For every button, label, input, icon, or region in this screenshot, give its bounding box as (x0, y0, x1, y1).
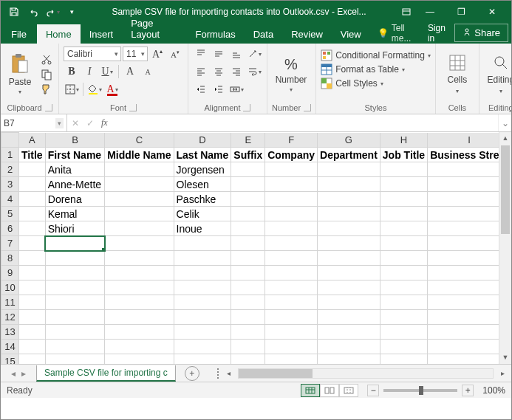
tab-insert[interactable]: Insert (81, 24, 123, 44)
cell-G6[interactable] (318, 221, 380, 236)
cell-F14[interactable] (265, 340, 318, 354)
fill-color-button[interactable] (86, 82, 103, 97)
row-header-2[interactable]: 2 (1, 162, 19, 177)
row-header-13[interactable]: 13 (1, 325, 19, 340)
conditional-formatting-button[interactable]: Conditional Formatting▾ (321, 49, 431, 61)
cell-H13[interactable] (380, 325, 427, 340)
font-launcher[interactable] (129, 104, 137, 111)
zoom-slider[interactable] (383, 389, 457, 392)
cell-F4[interactable] (265, 192, 318, 207)
cell-A15[interactable] (19, 354, 46, 365)
cell-B5[interactable]: Kemal (45, 207, 104, 221)
column-header-E[interactable]: E (231, 133, 265, 148)
cell-A1[interactable]: Title (19, 148, 46, 162)
cell-D5[interactable]: Celik (174, 207, 231, 221)
format-as-table-button[interactable]: Format as Table▾ (321, 63, 431, 75)
cell-B14[interactable] (45, 340, 104, 354)
cell-G10[interactable] (318, 280, 380, 295)
page-break-view-button[interactable] (339, 384, 358, 397)
tab-split-handle[interactable] (217, 368, 220, 379)
cell-A6[interactable] (19, 221, 46, 236)
cell-C13[interactable] (105, 325, 174, 340)
horizontal-scrollbar[interactable]: ◂ ▸ (214, 368, 511, 379)
cell-A5[interactable] (19, 207, 46, 221)
cell-D11[interactable] (174, 295, 231, 310)
cell-C12[interactable] (105, 310, 174, 325)
hscroll-left[interactable]: ◂ (223, 369, 235, 377)
paste-button[interactable]: Paste ▾ (5, 47, 35, 102)
cell-F9[interactable] (265, 266, 318, 280)
increase-font-button[interactable]: A▴ (149, 47, 165, 61)
cell-F5[interactable] (265, 207, 318, 221)
cell-D13[interactable] (174, 325, 231, 340)
cell-C10[interactable] (105, 280, 174, 295)
column-header-D[interactable]: D (174, 133, 231, 148)
hscroll-right[interactable]: ▸ (496, 369, 508, 377)
cell-F2[interactable] (265, 162, 318, 177)
cell-E10[interactable] (231, 280, 265, 295)
cell-A3[interactable] (19, 177, 46, 192)
fx-icon[interactable]: fx (101, 117, 108, 128)
cell-D9[interactable] (174, 266, 231, 280)
sheet-nav-next[interactable]: ▸ (21, 368, 26, 379)
cell-C14[interactable] (105, 340, 174, 354)
cut-button[interactable] (41, 54, 54, 66)
font-color-button[interactable]: A (104, 82, 120, 97)
increase-indent-button[interactable] (211, 82, 227, 97)
align-middle-button[interactable] (211, 47, 227, 61)
cell-C4[interactable] (105, 192, 174, 207)
italic-button[interactable]: I (81, 64, 98, 79)
normal-view-button[interactable] (301, 384, 320, 397)
cell-H2[interactable] (380, 162, 427, 177)
cell-F6[interactable] (265, 221, 318, 236)
cell-B3[interactable]: Anne-Mette (45, 177, 104, 192)
merge-button[interactable] (228, 82, 245, 97)
cell-A13[interactable] (19, 325, 46, 340)
cell-G1[interactable]: Department (318, 148, 380, 162)
cell-E8[interactable] (231, 251, 265, 266)
row-header-10[interactable]: 10 (1, 280, 19, 295)
percent-icon[interactable]: % (284, 56, 298, 73)
cell-H1[interactable]: Job Title (380, 148, 427, 162)
cell-C11[interactable] (105, 295, 174, 310)
alignment-launcher[interactable] (243, 104, 250, 111)
align-center-button[interactable] (211, 64, 227, 79)
cell-G13[interactable] (318, 325, 380, 340)
cell-B9[interactable] (45, 266, 104, 280)
borders-button[interactable] (64, 82, 80, 97)
cell-A14[interactable] (19, 340, 46, 354)
decrease-font-alt[interactable]: A (140, 64, 156, 79)
cell-B13[interactable] (45, 325, 104, 340)
tab-home[interactable]: Home (37, 24, 81, 44)
cell-A7[interactable] (19, 236, 46, 251)
cell-H12[interactable] (380, 310, 427, 325)
tell-me-search[interactable]: 💡 Tell me... (370, 23, 420, 44)
column-header-G[interactable]: G (318, 133, 380, 148)
cell-E14[interactable] (231, 340, 265, 354)
wrap-text-button[interactable] (246, 64, 262, 79)
increase-font-alt[interactable]: A (122, 64, 138, 79)
cell-D2[interactable]: Jorgensen (174, 162, 231, 177)
format-painter-button[interactable] (41, 83, 54, 95)
cell-B15[interactable] (45, 354, 104, 365)
cell-H3[interactable] (380, 177, 427, 192)
vertical-scrollbar[interactable]: ▲ ▼ (499, 132, 511, 364)
cell-E2[interactable] (231, 162, 265, 177)
row-header-7[interactable]: 7 (1, 236, 19, 251)
sheet-tab-active[interactable]: Sample CSV file for importing c (36, 365, 176, 382)
enter-formula-button[interactable]: ✓ (86, 118, 94, 128)
cell-F10[interactable] (265, 280, 318, 295)
cell-F11[interactable] (265, 295, 318, 310)
cell-D1[interactable]: Last Name (174, 148, 231, 162)
cell-E3[interactable] (231, 177, 265, 192)
clipboard-launcher[interactable] (45, 104, 52, 111)
row-header-9[interactable]: 9 (1, 266, 19, 280)
cell-F13[interactable] (265, 325, 318, 340)
row-header-4[interactable]: 4 (1, 192, 19, 207)
cell-C9[interactable] (105, 266, 174, 280)
zoom-in-button[interactable]: + (462, 385, 474, 396)
tab-review[interactable]: Review (282, 24, 332, 44)
copy-button[interactable] (41, 69, 54, 80)
save-icon[interactable] (5, 4, 23, 20)
cell-F1[interactable]: Company (265, 148, 318, 162)
